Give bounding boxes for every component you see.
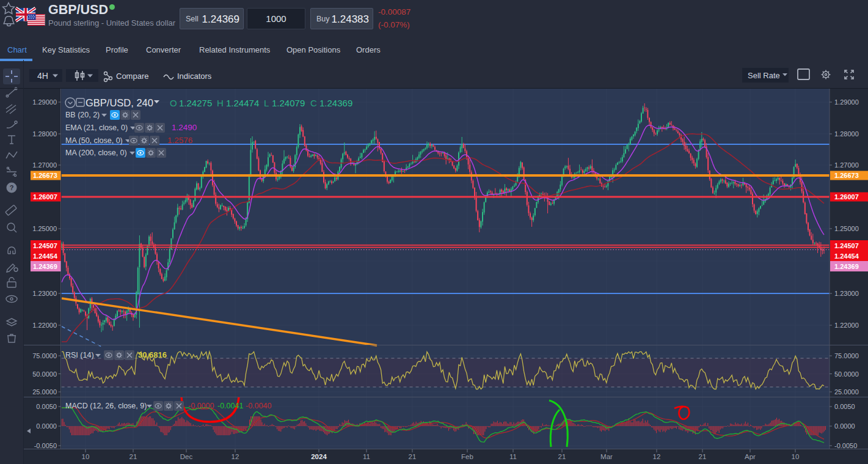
svg-text:Apr: Apr (745, 453, 756, 460)
svg-text:12: 12 (232, 453, 239, 460)
svg-text:MACD (12, 26, close, 9): MACD (12, 26, close, 9) (65, 402, 147, 410)
svg-text:75.0000: 75.0000 (834, 352, 859, 359)
svg-text:0.0050: 0.0050 (36, 403, 57, 410)
svg-text:Mar: Mar (600, 453, 613, 460)
svg-text:1.24079: 1.24079 (272, 98, 305, 108)
svg-text:-0.0000: -0.0000 (188, 402, 214, 410)
svg-text:1.22000: 1.22000 (834, 322, 859, 329)
svg-text:1.23000: 1.23000 (834, 290, 859, 297)
svg-text:10: 10 (792, 453, 800, 460)
svg-text:30.6816: 30.6816 (138, 350, 167, 359)
svg-text:Dec: Dec (180, 453, 193, 460)
svg-text:1.26673: 1.26673 (834, 172, 859, 179)
svg-text:1.24275: 1.24275 (179, 98, 212, 108)
svg-text:EMA (21, close, 0): EMA (21, close, 0) (65, 123, 128, 132)
svg-text:1.28000: 1.28000 (834, 130, 859, 138)
svg-text:1.2490: 1.2490 (172, 123, 197, 132)
svg-text:BB (20, 2): BB (20, 2) (65, 111, 100, 119)
svg-text:1.27000: 1.27000 (834, 161, 859, 169)
svg-text:1.29000: 1.29000 (834, 98, 859, 106)
svg-text:0.0050: 0.0050 (834, 403, 855, 410)
svg-text:1.25000: 1.25000 (834, 225, 859, 232)
svg-text:1.29000: 1.29000 (32, 98, 57, 106)
svg-text:1.24454: 1.24454 (33, 252, 58, 260)
svg-text:MA (200, close, 0): MA (200, close, 0) (65, 149, 127, 157)
svg-text:25.0000: 25.0000 (834, 388, 859, 396)
svg-text:25.0000: 25.0000 (32, 388, 57, 396)
svg-text:1.28000: 1.28000 (32, 130, 57, 138)
svg-text:1.27000: 1.27000 (32, 161, 57, 169)
svg-text:2024: 2024 (311, 453, 327, 460)
svg-text:1.24507: 1.24507 (834, 242, 859, 249)
svg-text:1.24369: 1.24369 (319, 98, 352, 108)
svg-text:-0.0041: -0.0041 (217, 402, 243, 410)
svg-text:4H: 4H (37, 71, 48, 81)
svg-text:Sell Rate: Sell Rate (748, 71, 780, 80)
svg-text:1.24454: 1.24454 (834, 252, 859, 260)
svg-text:1.24474: 1.24474 (226, 98, 259, 108)
svg-text:-0.0040: -0.0040 (246, 402, 271, 410)
svg-text:GBP/USD, 240: GBP/USD, 240 (86, 97, 153, 108)
svg-text:1.26007: 1.26007 (834, 193, 859, 201)
svg-text:O: O (170, 98, 177, 108)
svg-text:1.26673: 1.26673 (33, 172, 57, 179)
svg-text:Compare: Compare (116, 72, 148, 81)
svg-text:21: 21 (129, 453, 137, 460)
svg-text:-0.0050: -0.0050 (834, 442, 857, 449)
svg-text:50.0000: 50.0000 (32, 370, 57, 378)
svg-text:21: 21 (558, 453, 566, 460)
svg-text:50.0000: 50.0000 (834, 370, 859, 378)
svg-text:11: 11 (363, 453, 370, 460)
svg-text:H: H (217, 98, 224, 108)
svg-text:?: ? (10, 184, 14, 191)
svg-text:1.26007: 1.26007 (33, 193, 57, 201)
svg-text:MA (50, close, 0): MA (50, close, 0) (65, 136, 123, 145)
svg-text:-0.0050: -0.0050 (34, 442, 57, 449)
svg-text:12: 12 (653, 453, 661, 460)
svg-text:1.2576: 1.2576 (167, 136, 192, 145)
svg-text:RSI (14): RSI (14) (65, 351, 94, 359)
svg-text:L: L (264, 98, 269, 108)
svg-text:1.24369: 1.24369 (33, 263, 57, 270)
svg-text:0.0000: 0.0000 (834, 422, 855, 430)
svg-text:1.24507: 1.24507 (33, 242, 57, 249)
svg-text:1.24369: 1.24369 (834, 263, 859, 270)
svg-text:21: 21 (409, 453, 417, 460)
svg-text:C: C (310, 98, 317, 108)
svg-text:0.0000: 0.0000 (36, 422, 57, 430)
svg-text:10: 10 (82, 453, 90, 460)
svg-text:1.23000: 1.23000 (32, 290, 57, 297)
svg-text:1.25000: 1.25000 (32, 225, 57, 232)
svg-text:Indicators: Indicators (177, 72, 212, 81)
svg-text:11: 11 (509, 453, 517, 460)
svg-text:75.0000: 75.0000 (32, 352, 57, 359)
svg-text:21: 21 (699, 453, 707, 460)
svg-text:1.22000: 1.22000 (32, 322, 57, 329)
svg-text:Feb: Feb (461, 453, 473, 460)
